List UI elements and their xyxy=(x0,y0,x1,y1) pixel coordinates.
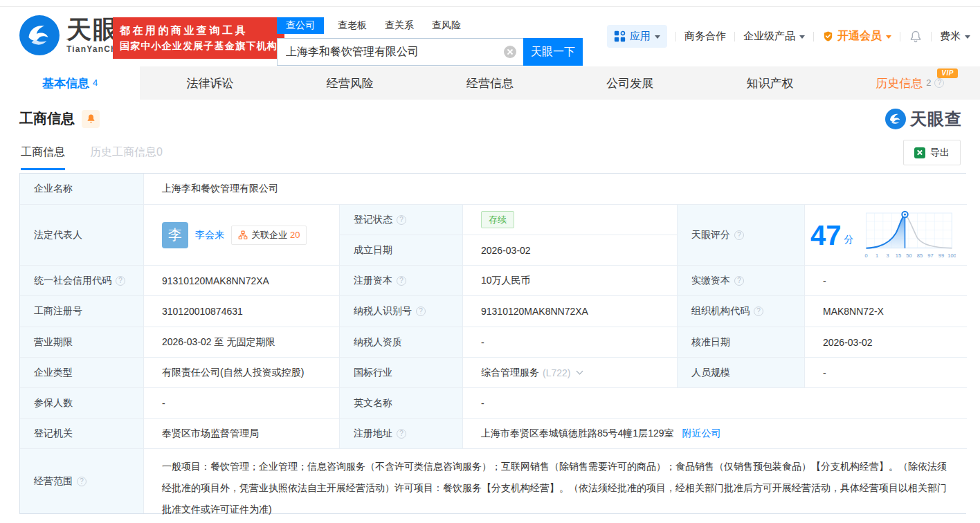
enterprise-product-label: 企业级产品 xyxy=(743,30,795,43)
company-name: 上海李和餐饮管理有限公司 xyxy=(162,183,278,195)
vip-shield-icon xyxy=(822,30,834,42)
taxpayer-quality-value-cell: - xyxy=(463,327,678,358)
bell-icon xyxy=(86,113,96,124)
tab-label: 知识产权 xyxy=(747,75,794,91)
tab-operation-info[interactable]: 经营信息 xyxy=(420,66,560,100)
related-company-count: 20 xyxy=(290,230,300,240)
subtab-business-info[interactable]: 工商信息 xyxy=(21,145,65,170)
field-label: 实缴资本 xyxy=(691,275,730,287)
business-term: 2026-03-02 至 无固定期限 xyxy=(162,336,275,349)
business-cooperation-link[interactable]: 商务合作 xyxy=(684,30,726,43)
status-badge: 存续 xyxy=(481,211,514,228)
help-icon[interactable] xyxy=(734,230,744,240)
tab-company-development[interactable]: 公司发展 xyxy=(560,66,700,100)
user-menu[interactable]: 费米 xyxy=(940,30,970,43)
legal-rep-label-cell: 法定代表人 xyxy=(20,205,144,266)
reg-address-label-cell: 注册地址 xyxy=(340,419,463,449)
svg-text:85: 85 xyxy=(916,253,922,259)
apps-menu[interactable]: 应用 xyxy=(607,25,667,48)
subtab-history-business-info[interactable]: 历史工商信息0 xyxy=(90,145,163,160)
section-title-wrap: 工商信息 xyxy=(19,109,100,128)
svg-text:50: 50 xyxy=(906,253,911,259)
related-company-badge[interactable]: 关联企业 20 xyxy=(231,226,307,245)
score-number: 47 xyxy=(810,221,842,249)
nearby-company-link[interactable]: 附近公司 xyxy=(682,428,721,440)
help-icon[interactable] xyxy=(116,276,125,286)
business-term-value-cell: 2026-03-02 至 无固定期限 xyxy=(144,327,340,358)
svg-text:100: 100 xyxy=(947,253,956,259)
watermark-logo: 天眼查 xyxy=(885,108,962,130)
reg-address-value-cell: 上海市奉贤区奉城镇德胜路85号4幢1层129室 附近公司 xyxy=(463,419,967,449)
divider xyxy=(675,32,676,42)
notification-bell-icon[interactable] xyxy=(909,30,923,44)
org-code: MAK8NN72-X xyxy=(823,306,884,317)
search-tab-boss[interactable]: 查老板 xyxy=(338,19,367,32)
approval-date: 2026-03-02 xyxy=(823,337,873,348)
related-company-label: 关联企业 xyxy=(251,229,287,241)
industry-value-cell[interactable]: 综合管理服务 (L722) xyxy=(463,358,678,388)
credit-code-value-cell: 91310120MAK8NN72XA xyxy=(144,266,340,296)
help-icon[interactable] xyxy=(416,306,426,316)
tab-intellectual-property[interactable]: 知识产权 xyxy=(700,66,840,100)
taxpayer-quality: - xyxy=(481,337,484,348)
search-tab-risk[interactable]: 查风险 xyxy=(432,19,461,32)
staff-size-value-cell: - xyxy=(805,358,967,388)
field-label: 统一社会信用代码 xyxy=(34,275,111,287)
tab-history-info[interactable]: VIP 历史信息 2 xyxy=(840,66,980,100)
section-title: 工商信息 xyxy=(19,109,75,128)
help-icon[interactable] xyxy=(397,276,406,286)
tab-basic-info[interactable]: 基本信息 4 xyxy=(0,66,140,100)
svg-text:3: 3 xyxy=(886,253,889,259)
org-code-value-cell: MAK8NN72-X xyxy=(805,296,967,327)
enterprise-product-menu[interactable]: 企业级产品 xyxy=(743,30,805,43)
taxpayer-id-value-cell: 91310120MAK8NN72XA xyxy=(463,296,678,327)
excel-icon xyxy=(914,147,925,158)
help-icon[interactable] xyxy=(397,429,406,439)
company-name-label-cell: 企业名称 xyxy=(20,174,144,205)
establish-date-label-cell: 成立日期 xyxy=(340,235,463,266)
credit-code-label-cell: 统一社会信用代码 xyxy=(20,266,144,296)
tab-operation-risk[interactable]: 经营风险 xyxy=(280,66,420,100)
search-block: 查公司 查老板 查关系 查风险 天眼一下 xyxy=(277,16,583,66)
search-tab-relation[interactable]: 查关系 xyxy=(385,19,414,32)
svg-text:0: 0 xyxy=(864,253,867,259)
tab-legal-proceedings[interactable]: 法律诉讼 xyxy=(140,66,280,100)
help-icon[interactable] xyxy=(934,78,944,88)
search-input[interactable] xyxy=(277,38,523,66)
tab-label: 历史信息 xyxy=(875,75,923,91)
search-tab-company[interactable]: 查公司 xyxy=(277,17,324,34)
field-label: 经营范围 xyxy=(34,475,73,488)
approval-date-label-cell: 核准日期 xyxy=(678,327,805,358)
paid-capital-label-cell: 实缴资本 xyxy=(678,266,805,296)
industry-label-cell: 国标行业 xyxy=(340,358,463,388)
field-label: 纳税人资质 xyxy=(354,336,402,349)
tab-count: 4 xyxy=(93,77,98,88)
score-axis-ticks: 0 1 3 15 50 85 97 99 100 xyxy=(864,253,956,259)
help-icon[interactable] xyxy=(397,215,406,225)
insured-count-value-cell: - xyxy=(144,388,340,419)
help-icon[interactable] xyxy=(77,477,87,486)
field-label: 成立日期 xyxy=(354,244,392,257)
legal-rep-name-link[interactable]: 李会来 xyxy=(195,229,224,241)
chevron-down-icon[interactable] xyxy=(577,368,583,375)
field-label: 组织机构代码 xyxy=(691,305,750,318)
help-icon[interactable] xyxy=(754,306,763,316)
tab-label: 经营信息 xyxy=(466,75,514,91)
legal-rep-avatar[interactable]: 李 xyxy=(162,222,188,248)
taxpayer-id: 91310120MAK8NN72XA xyxy=(481,306,588,317)
vip-badge: VIP xyxy=(937,68,958,78)
clear-search-icon[interactable] xyxy=(504,46,516,58)
open-vip-menu[interactable]: 开通会员 xyxy=(822,29,891,44)
apps-grid-icon xyxy=(614,30,626,42)
export-button[interactable]: 导出 xyxy=(903,140,961,165)
help-icon[interactable] xyxy=(734,276,744,286)
company-type: 有限责任公司(自然人投资或控股) xyxy=(162,367,304,379)
industry-name: 综合管理服务 xyxy=(481,367,539,379)
monitor-bell-button[interactable] xyxy=(82,110,100,128)
search-button[interactable]: 天眼一下 xyxy=(523,38,583,66)
field-label: 天眼评分 xyxy=(691,229,730,241)
field-label: 企业名称 xyxy=(34,183,73,195)
field-label: 法定代表人 xyxy=(34,229,82,241)
insured-count-label-cell: 参保人数 xyxy=(20,388,144,419)
taxpayer-quality-label-cell: 纳税人资质 xyxy=(340,327,463,358)
